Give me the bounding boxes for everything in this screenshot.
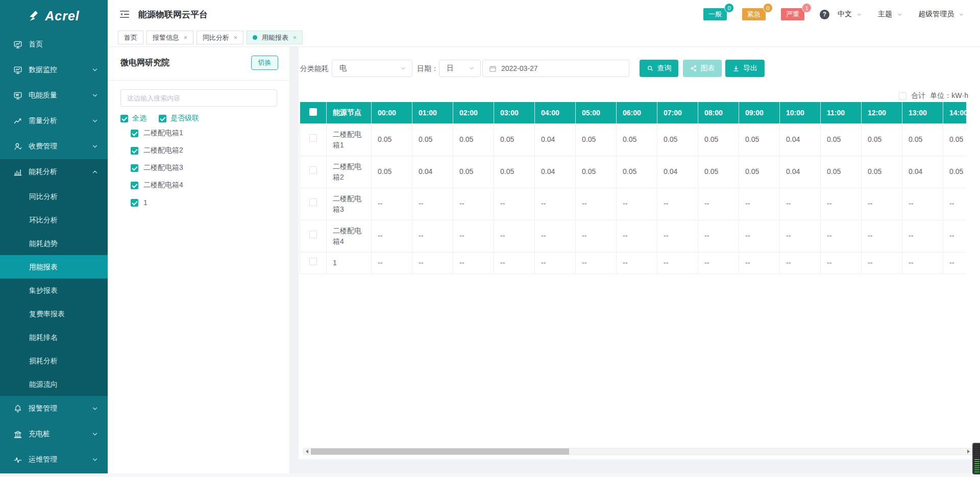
user-dropdown[interactable]: 超级管理员 <box>918 10 965 19</box>
alarm-button-0[interactable]: 一般0 <box>703 8 727 20</box>
sidebar-subitem-8[interactable]: 能源流向 <box>0 372 108 396</box>
header-actions: 一般0紧急0严重1 ? 中文 主题 超级管理员 <box>703 8 967 20</box>
download-icon <box>732 65 740 72</box>
sidebar-subitem-2[interactable]: 能耗趋势 <box>0 232 108 255</box>
hour-column-header: 03:00 <box>494 102 535 123</box>
sidebar-subitem-1[interactable]: 环比分析 <box>0 208 108 232</box>
tab-2[interactable]: 同比分析× <box>197 31 243 44</box>
value-cell: 0.05 <box>617 123 657 156</box>
sidebar-item-2[interactable]: 电能质量 <box>0 83 108 108</box>
value-cell: 0.04 <box>412 156 453 188</box>
value-cell: 0.05 <box>739 123 780 156</box>
sidebar-subitem-7[interactable]: 损耗分析 <box>0 349 108 372</box>
scroll-left-arrow-icon[interactable] <box>304 448 310 455</box>
checkbox-checked-icon[interactable] <box>120 115 128 122</box>
date-input[interactable]: 2022-03-27 <box>482 60 629 77</box>
date-type-value: 日 <box>447 64 454 73</box>
tree-node-2[interactable]: 二楼配电箱3 <box>131 159 183 177</box>
row-checkbox[interactable] <box>309 231 317 238</box>
sidebar-item-5[interactable]: 能耗分析 <box>0 159 108 185</box>
cascade-checkbox[interactable]: 是否级联 <box>159 114 199 123</box>
sidebar-item-label: 收费管理 <box>29 142 57 151</box>
tab-0[interactable]: 首页 <box>118 31 143 44</box>
sidebar-item-7[interactable]: 充电桩 <box>0 421 108 447</box>
sidebar-item-6[interactable]: 报警管理 <box>0 396 108 421</box>
checkbox-checked-icon[interactable] <box>131 199 138 207</box>
row-checkbox[interactable] <box>309 166 317 174</box>
value-cell: 0.04 <box>535 123 576 156</box>
switch-button[interactable]: 切换 <box>251 56 278 70</box>
checkbox-checked-icon[interactable] <box>131 182 138 189</box>
hour-column-header: 12:00 <box>862 102 902 123</box>
value-cell: 0.04 <box>657 156 698 188</box>
alarm-button-label: 紧急 <box>747 10 761 19</box>
language-dropdown[interactable]: 中文 <box>838 10 863 19</box>
value-cell: -- <box>617 252 657 273</box>
query-button[interactable]: 查询 <box>640 60 678 77</box>
hour-column-header: 08:00 <box>698 102 739 123</box>
tree-node-4[interactable]: 1 <box>131 194 183 211</box>
value-cell: 0.05 <box>657 123 698 156</box>
unit-label: 单位：kW·h <box>930 91 968 101</box>
value-cell: 0.04 <box>902 156 943 188</box>
sidebar-subitem-6[interactable]: 能耗排名 <box>0 325 108 349</box>
tree-node-1[interactable]: 二楼配电箱2 <box>131 142 183 159</box>
help-icon[interactable]: ? <box>820 10 829 19</box>
sidebar-subitem-4[interactable]: 集抄报表 <box>0 279 108 302</box>
fee-management-icon <box>13 142 22 151</box>
table-row: 二楼配电箱4------------------------------ <box>300 220 967 252</box>
date-type-select[interactable]: 日 <box>439 60 481 77</box>
close-tab-icon[interactable]: × <box>293 35 297 41</box>
alarm-bell-icon <box>13 404 22 413</box>
horizontal-scrollbar[interactable] <box>303 448 972 455</box>
chart-button[interactable]: 图表 <box>683 60 722 77</box>
alarm-button-1[interactable]: 紧急0 <box>742 8 766 20</box>
ops-management-icon <box>13 455 22 464</box>
close-tab-icon[interactable]: × <box>184 35 187 41</box>
category-select[interactable]: 电 <box>332 60 412 77</box>
menu-fold-icon[interactable] <box>119 10 130 19</box>
select-all-rows-checkbox[interactable] <box>309 108 317 116</box>
sidebar-subitem-5[interactable]: 复费率报表 <box>0 302 108 325</box>
acrel-logo: Acrel <box>0 0 108 32</box>
checkbox-checked-icon[interactable] <box>131 164 138 172</box>
sidebar-item-8[interactable]: 运维管理 <box>0 447 108 472</box>
tree-node-0[interactable]: 二楼配电箱1 <box>131 124 183 142</box>
sidebar-item-label: 首页 <box>29 40 43 49</box>
tab-1[interactable]: 报警信息× <box>146 31 193 44</box>
export-button[interactable]: 导出 <box>725 60 765 77</box>
tree-search-input[interactable] <box>120 89 277 107</box>
sidebar-subitem-3[interactable]: 用能报表 <box>0 255 108 279</box>
row-checkbox[interactable] <box>309 198 317 206</box>
sidebar-item-4[interactable]: 收费管理 <box>0 134 108 159</box>
value-cell: -- <box>372 220 412 252</box>
alarm-button-2[interactable]: 严重1 <box>781 8 804 20</box>
close-tab-icon[interactable]: × <box>234 35 237 41</box>
tree-node-3[interactable]: 二楼配电箱4 <box>131 177 183 194</box>
value-cell: -- <box>821 220 862 252</box>
tab-3[interactable]: 用能报表× <box>247 31 303 44</box>
checkbox-checked-icon[interactable] <box>159 115 166 122</box>
node-name-cell: 二楼配电箱3 <box>327 188 372 220</box>
alarm-badges: 一般0紧急0严重1 <box>703 8 820 20</box>
sidebar-item-3[interactable]: 需量分析 <box>0 108 108 134</box>
tab-label: 同比分析 <box>203 33 229 42</box>
scroll-right-arrow-icon[interactable] <box>965 448 972 455</box>
user-label: 超级管理员 <box>918 10 954 19</box>
scrollbar-thumb[interactable] <box>311 448 569 455</box>
select-all-checkbox[interactable]: 全选 <box>120 114 146 123</box>
row-checkbox[interactable] <box>309 258 317 265</box>
value-cell: 0.05 <box>821 123 862 156</box>
checkbox-checked-icon[interactable] <box>131 147 138 155</box>
row-checkbox[interactable] <box>309 134 317 142</box>
value-cell: 0.05 <box>494 123 535 156</box>
total-checkbox[interactable] <box>899 92 906 100</box>
sidebar-subitem-0[interactable]: 同比分析 <box>0 185 108 208</box>
hour-column-header: 14:00 <box>943 102 967 123</box>
row-checkbox-cell <box>300 188 327 220</box>
theme-dropdown[interactable]: 主题 <box>878 10 903 19</box>
sidebar-item-0[interactable]: 首页 <box>0 32 108 57</box>
hour-column-header: 09:00 <box>739 102 780 123</box>
checkbox-checked-icon[interactable] <box>131 130 138 137</box>
sidebar-item-1[interactable]: 数据监控 <box>0 57 108 83</box>
